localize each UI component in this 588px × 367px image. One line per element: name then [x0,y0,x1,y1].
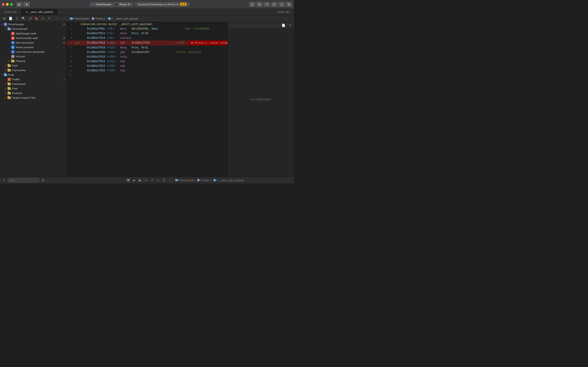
layout-btn-2[interactable]: ↺ [264,2,270,7]
sidebar-item-appdelegate[interactable]: S AppDelegate.swift [0,31,66,36]
tab-empty-right[interactable]: Empty Tab [273,9,294,15]
close-button[interactable] [2,3,5,6]
filter-expand-button[interactable]: ⊞ [40,178,45,183]
sidebar-item-products2[interactable]: Products [0,91,66,95]
line-number-6: 6 [67,45,75,50]
sidebar-item-podfile[interactable]: P Podfile ? [0,77,66,82]
line-number-12: 12 [67,73,75,77]
tabbar: Empty Tab 0 __abort_with_payload Empty T… [0,9,294,15]
tab-abort-with-payload[interactable]: 0 __abort_with_payload [21,9,58,15]
disclosure-infoplist [7,55,11,58]
not-applicable-text: Not Applicable [251,98,271,101]
bottom-breadcrumb-project[interactable]: PickerSample [179,179,195,182]
line-content-5: 0x108a1f016 <+10>: jae 0x108a1f020 ; <+2… [80,41,185,45]
breadcrumb-thread[interactable]: T Thread 2 [92,17,105,20]
debug-jump-button[interactable]: ↘ [156,178,161,183]
line-number-9: 9 [67,59,75,64]
sidebar-item-pickersample-root[interactable]: P PickerSample M [0,22,66,27]
code-line-6: 6 0x108a1f018 <+12>: movq %rax, %rdi [67,45,227,50]
breadcrumb-project[interactable]: PickerSample [70,17,89,20]
disclosure-frameworks2[interactable] [4,82,7,86]
line-number-5: 5 [67,41,75,45]
sidebar-item-pickersample-group[interactable]: PickerSample [0,27,66,31]
code-line-11: 11 0x108a1f023 <+23>: nop [67,68,227,73]
warning-badge[interactable]: ⚠ 1 [180,3,186,6]
sidebar-label-appdelegate: AppDelegate.swift [16,32,66,35]
disclosure-products2[interactable] [4,91,7,95]
disclosure-targets[interactable] [4,96,7,100]
debug-step-in-button[interactable]: ↩ [144,178,149,183]
nav-back-button[interactable]: ‹ [55,16,61,21]
bottom-breadcrumb-thread[interactable]: Thread 2 [200,179,211,182]
debug-memory-button[interactable]: ⊡ [162,178,166,183]
titlebar-center: ⬡ PickerSample › 📱 iPhone Xr Running Pic… [31,2,248,7]
disclosure-frameworks1[interactable] [4,68,7,72]
sidebar-toggle-button[interactable]: ⊞ [1,16,7,21]
file-icon-button[interactable]: 📄 [8,16,13,21]
debug-step-over-button[interactable]: ▶| [138,178,143,183]
disclosure-launchscreen [7,50,11,54]
git-button[interactable]: ⎇ [27,16,33,21]
breadcrumb-function[interactable]: f 0 __abort_with_payload [108,17,138,20]
right-panel-btn-2[interactable]: ? [287,23,293,28]
disclosure-pickersample-root[interactable] [0,23,4,26]
bottom-breadcrumb-sep-1: › [195,179,196,181]
disclosure-pods1[interactable] [4,64,7,67]
sidebar-item-infoplist[interactable]: P Info.plist [0,54,66,59]
sidebar-item-targets[interactable]: Targets Support Files [0,95,66,100]
bookmarks-button[interactable]: 🔖 [34,16,39,21]
minimize-button[interactable] [6,3,9,6]
project-folder-icon [70,17,73,20]
sidebar-item-frameworks1[interactable]: Frameworks [0,68,66,73]
code-editor[interactable]: 1 libsystem_kernel.dylib`__abort_with_pa… [67,22,227,177]
bottom-bar: + ⊞ 📸 ▶ ▶| ↩ ↗ ↘ ⊡ ⋮ PickerSample › T Th… [0,177,294,184]
project-icon: P [4,23,7,26]
sidebar-item-products1[interactable]: Products [0,59,66,63]
disclosure-pods2-root[interactable] [0,73,4,77]
sidebar-item-viewcontroller[interactable]: S ViewController.swift M [0,36,66,40]
maximize-button[interactable] [10,3,13,6]
disclosure-products1[interactable] [7,59,11,63]
debug-more-button[interactable]: ⋮ [167,178,173,183]
code-review-button[interactable]: {} [249,2,255,7]
sidebar-item-pods2-root[interactable]: Pods [0,73,66,77]
sidebar-item-launchscreen[interactable]: S LaunchScreen.storyboard [0,50,66,54]
annotations-button[interactable]: ✎ [46,16,52,21]
thread-icon: T [92,17,95,20]
sidebar-item-frameworks2[interactable]: Frameworks [0,82,66,86]
search-toolbar-button[interactable]: 🔍 [21,16,26,21]
layout-btn-3[interactable]: ⊟ [271,2,277,7]
debug-continue-button[interactable]: ▶ [132,178,137,183]
disclosure-pods3[interactable] [4,87,7,90]
bottom-breadcrumb-function[interactable]: 0 __abort_with_payload [217,179,244,182]
sidebar-item-pods1[interactable]: Pods [0,63,66,68]
debug-screenshot-button[interactable]: 📸 [126,178,131,183]
editor-toolbar: ⊞ 📄 ⚠ 🔍 ⎇ 🔖 ⬡ ✎ ‹ › PickerSample › T Thr… [0,15,294,22]
folder-products1-icon [11,59,15,63]
layout-btn-1[interactable]: ⊞ [256,2,263,7]
sidebar-item-mainstoryboard[interactable]: S Main.storyboard M [0,40,66,45]
warning-icon-button[interactable]: ⚠ [14,16,20,21]
tab-empty-left[interactable]: Empty Tab [0,9,21,15]
nav-forward-button[interactable]: › [61,16,67,21]
breakpoints-button[interactable]: ⬡ [40,16,45,21]
folder-frameworks2-icon [7,82,11,86]
debug-step-out-button[interactable]: ↗ [149,178,155,183]
folder-frameworks1-icon [7,68,11,72]
scheme-selector[interactable]: ⬡ PickerSample › 📱 iPhone Xr [89,2,133,7]
sidebar-item-pods3[interactable]: Pods [0,86,66,91]
filter-input[interactable] [7,178,40,182]
layout-btn-5[interactable]: ⊞ [286,2,292,7]
run-button[interactable]: ▶ [16,2,23,7]
sidebar-label-launchscreen: LaunchScreen.storyboard [16,50,66,53]
add-file-button[interactable]: + [1,178,6,183]
sidebar-label-pods1: Pods [12,64,66,67]
layout-btn-4[interactable]: ⊡ [278,2,285,7]
disclosure-pickersample-group[interactable] [4,27,7,31]
sidebar-label-frameworks2: Frameworks [12,83,66,85]
line-content-8: 0x108a1f020 <+20>: retq [80,55,225,59]
stop-button[interactable]: ■ [23,2,30,7]
line-number-7: 7 [67,50,75,55]
sidebar-item-assets[interactable]: A Assets.xcassets [0,45,66,50]
right-panel-btn-1[interactable]: 📄 [281,23,286,28]
